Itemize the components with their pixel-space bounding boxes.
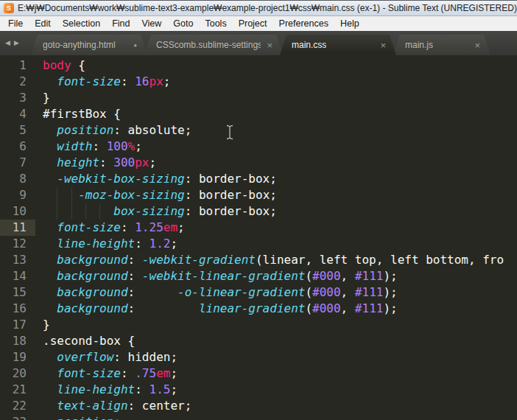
menu-item-project[interactable]: Project bbox=[233, 17, 273, 30]
menu-item-tools[interactable]: Tools bbox=[199, 17, 232, 30]
line-number-2: 2 bbox=[0, 74, 35, 90]
line-number-16: 16 bbox=[0, 301, 35, 317]
line-number-21: 21 bbox=[0, 382, 35, 398]
code-line-13: background: -webkit-gradient(linear, lef… bbox=[43, 252, 517, 268]
code-line-4: #firstBox { bbox=[43, 106, 517, 122]
close-icon[interactable]: × bbox=[468, 41, 480, 50]
menu-item-selection[interactable]: Selection bbox=[57, 17, 106, 30]
line-number-14: 14 bbox=[0, 268, 35, 284]
window-title: E:₩j₩Documents₩work₩sublime-text3-exampl… bbox=[18, 3, 517, 13]
menu-item-help[interactable]: Help bbox=[334, 17, 365, 30]
tab-CSScomb.sublime-settings[interactable]: CSScomb.sublime-settings× bbox=[144, 35, 283, 55]
code-line-18: .second-box { bbox=[43, 333, 517, 349]
line-number-20: 20 bbox=[0, 365, 35, 382]
line-number-6: 6 bbox=[0, 139, 35, 155]
code-line-6: width: 100%; bbox=[43, 139, 517, 155]
tab-label: CSScomb.sublime-settings bbox=[156, 40, 261, 50]
line-number-5: 5 bbox=[0, 122, 35, 139]
tab-strip: ◀ ▶ goto-anything.html●CSScomb.sublime-s… bbox=[0, 31, 517, 55]
code-line-21: line-height: 1.5; bbox=[43, 382, 517, 398]
line-number-1: 1 bbox=[0, 57, 35, 74]
menu-item-goto[interactable]: Goto bbox=[167, 17, 199, 30]
code-line-11: font-size: 1.25em; bbox=[43, 220, 517, 236]
line-number-13: 13 bbox=[0, 252, 35, 268]
line-number-22: 22 bbox=[0, 398, 35, 414]
indent-guide bbox=[85, 203, 86, 220]
menu-item-edit[interactable]: Edit bbox=[29, 17, 57, 30]
tab-scroll-right-icon[interactable]: ▶ bbox=[14, 38, 19, 48]
title-bar[interactable]: S E:₩j₩Documents₩work₩sublime-text3-exam… bbox=[0, 0, 517, 16]
close-icon[interactable]: × bbox=[374, 41, 386, 50]
gutter[interactable]: 1234567891011121314151617181920212223 bbox=[0, 55, 35, 420]
tab-main.js[interactable]: main.js× bbox=[393, 35, 490, 55]
sublime-text-logo-icon: S bbox=[4, 3, 14, 13]
line-number-10: 10 bbox=[0, 203, 35, 220]
menu-item-file[interactable]: File bbox=[2, 17, 29, 30]
sublime-text-window: S E:₩j₩Documents₩work₩sublime-text3-exam… bbox=[0, 0, 517, 420]
menu-item-find[interactable]: Find bbox=[106, 17, 136, 30]
menu-item-preferences[interactable]: Preferences bbox=[273, 17, 334, 30]
code-line-23: position: bbox=[43, 414, 517, 420]
tab-label: main.css bbox=[292, 40, 326, 50]
code-line-12: line-height: 1.2; bbox=[43, 236, 517, 252]
line-number-3: 3 bbox=[0, 90, 35, 106]
indent-guide bbox=[71, 203, 72, 220]
code-line-1: body { bbox=[43, 57, 517, 74]
code-line-15: background: -o-linear-gradient(#000, #11… bbox=[43, 284, 517, 301]
code-line-2: font-size: 16px; bbox=[43, 74, 517, 90]
code-line-9: -moz-box-sizing: border-box; bbox=[43, 187, 517, 203]
line-number-17: 17 bbox=[0, 317, 35, 333]
tab-scroll-buttons: ◀ ▶ bbox=[5, 38, 19, 48]
line-number-8: 8 bbox=[0, 171, 35, 187]
code-line-5: position: absolute; bbox=[43, 122, 517, 139]
line-number-9: 9 bbox=[0, 187, 35, 203]
close-icon[interactable]: × bbox=[261, 41, 272, 50]
code-line-8: -webkit-box-sizing: border-box; bbox=[43, 171, 517, 187]
menu-bar: FileEditSelectionFindViewGotoToolsProjec… bbox=[0, 16, 517, 31]
indent-guide bbox=[99, 203, 100, 220]
indent-guide bbox=[57, 203, 57, 220]
tab-main.css[interactable]: main.css× bbox=[280, 35, 396, 55]
line-number-11: 11 bbox=[0, 220, 35, 236]
line-number-19: 19 bbox=[0, 349, 35, 365]
code-line-22: text-align: center; bbox=[43, 398, 517, 414]
tab-label: main.js bbox=[405, 40, 433, 50]
code-area[interactable]: body { font-size: 16px;}#firstBox { posi… bbox=[35, 55, 517, 420]
line-number-12: 12 bbox=[0, 236, 35, 252]
code-line-16: background: linear-gradient(#000, #111); bbox=[43, 301, 517, 317]
code-line-7: height: 300px; bbox=[43, 155, 517, 171]
code-line-3: } bbox=[43, 90, 517, 106]
line-number-4: 4 bbox=[0, 106, 35, 122]
code-line-14: background: -webkit-linear-gradient(#000… bbox=[43, 268, 517, 284]
line-number-7: 7 bbox=[0, 155, 35, 171]
indent-guide bbox=[71, 187, 72, 203]
dirty-indicator-icon: ● bbox=[127, 42, 137, 49]
ibeam-mouse-cursor bbox=[225, 125, 234, 140]
tab-label: goto-anything.html bbox=[43, 40, 116, 50]
indent-guide bbox=[57, 187, 57, 203]
menu-item-view[interactable]: View bbox=[136, 17, 167, 30]
line-number-15: 15 bbox=[0, 284, 35, 301]
editor[interactable]: 1234567891011121314151617181920212223 bo… bbox=[0, 55, 517, 420]
code-line-19: overflow: hidden; bbox=[43, 349, 517, 365]
code-line-20: font-size: .75em; bbox=[43, 365, 517, 382]
code-line-17: } bbox=[43, 317, 517, 333]
tab-scroll-left-icon[interactable]: ◀ bbox=[5, 38, 10, 48]
tab-bar: goto-anything.html●CSScomb.sublime-setti… bbox=[0, 31, 517, 55]
tab-goto-anything.html[interactable]: goto-anything.html● bbox=[31, 35, 147, 55]
line-number-18: 18 bbox=[0, 333, 35, 349]
line-number-23: 23 bbox=[0, 414, 35, 420]
code-line-10: box-sizing: border-box; bbox=[43, 203, 517, 220]
